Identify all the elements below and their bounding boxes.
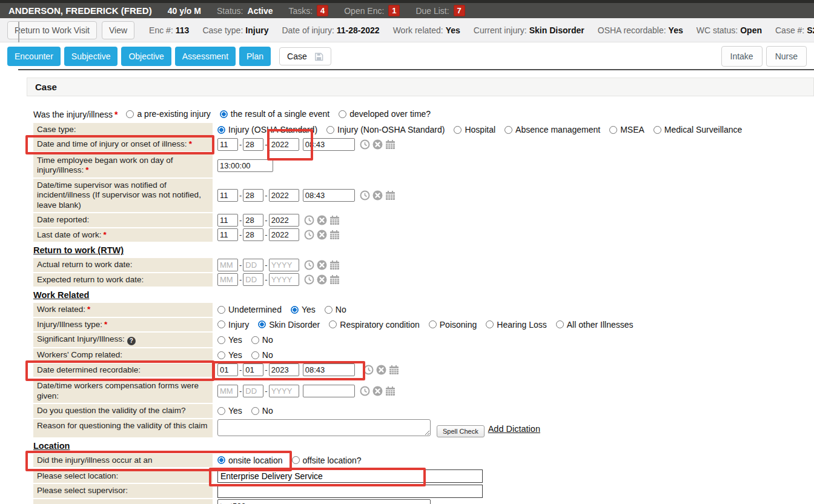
reported-year-input[interactable] [269,214,299,227]
clear-icon[interactable] [317,215,327,225]
calendar-icon[interactable] [389,365,399,375]
calendar-icon[interactable] [329,260,340,270]
clear-icon[interactable] [317,274,327,285]
injury-month-input[interactable] [217,138,238,151]
radio-type-injury[interactable]: Injury [217,320,249,330]
expected-rtw-month-input[interactable] [217,273,238,286]
radio-validity-yes[interactable]: Yes [217,406,242,416]
clear-icon[interactable] [376,365,386,375]
wc-forms-day-input[interactable] [243,385,263,397]
tasks-count-badge[interactable]: 4 [317,5,328,16]
radio-work-yes[interactable]: Yes [291,305,316,314]
radio-offsite-location[interactable]: offsite location? [292,456,362,465]
radio-developed-over-time[interactable]: developed over time? [339,109,431,119]
save-icon[interactable] [314,52,323,61]
wc-forms-year-input[interactable] [269,385,299,397]
clock-icon[interactable] [360,386,370,396]
tab-objective[interactable]: Objective [121,47,171,66]
help-icon[interactable]: ? [127,337,136,345]
clear-icon[interactable] [372,139,383,150]
actual-rtw-year-input[interactable] [269,259,299,271]
radio-work-undetermined[interactable]: Undetermined [217,305,282,314]
radio-work-no[interactable]: No [325,305,346,314]
wc-forms-month-input[interactable] [217,385,238,397]
expected-rtw-year-input[interactable] [269,273,299,286]
supervisor-year-input[interactable] [269,189,299,202]
nurse-button[interactable]: Nurse [766,46,807,67]
calendar-icon[interactable] [329,274,340,285]
supervisor-day-input[interactable] [243,189,263,202]
radio-validity-no[interactable]: No [251,406,273,416]
radio-type-skin-disorder[interactable]: Skin Disorder [258,320,320,330]
reported-day-input[interactable] [243,214,263,227]
radio-injury-osha[interactable]: Injury (OSHA Standard) [217,125,317,134]
supervisor-input[interactable] [217,485,483,498]
radio-onsite-location[interactable]: onsite location [217,456,283,465]
radio-pre-existing-injury[interactable]: a pre-existing injury [126,109,210,119]
radio-msea[interactable]: MSEA [609,125,644,134]
wc-forms-time-input[interactable] [303,385,355,397]
calendar-icon[interactable] [329,215,340,225]
radio-injury-non-osha[interactable]: Injury (Non-OSHA Standard) [326,125,445,134]
tab-subjective[interactable]: Subjective [64,47,118,66]
clear-icon[interactable] [372,386,383,396]
radio-absence-management[interactable]: Absence management [505,125,600,134]
actual-rtw-day-input[interactable] [243,259,263,271]
reason-validity-textarea[interactable] [217,419,431,436]
return-to-work-visit-button[interactable]: Return to Work Visit [7,21,97,39]
calendar-icon[interactable] [385,139,395,150]
injury-year-input[interactable] [269,138,299,151]
radio-medical-surveillance[interactable]: Medical Surveillance [654,125,742,134]
tab-case[interactable]: Case [279,47,331,65]
clear-icon[interactable] [317,260,327,270]
last-work-year-input[interactable] [269,228,299,241]
clear-icon[interactable] [317,230,327,240]
expected-rtw-day-input[interactable] [243,273,263,286]
radio-type-all-other[interactable]: All other Illnesses [556,320,634,330]
tab-encounter[interactable]: Encounter [7,47,61,66]
calendar-icon[interactable] [385,190,395,201]
open-enc-count-badge[interactable]: 1 [388,5,400,16]
radio-significant-no[interactable]: No [251,335,273,345]
clock-icon[interactable] [360,139,370,150]
clock-icon[interactable] [363,365,374,375]
recordable-month-input[interactable] [217,363,238,376]
recordable-time-input[interactable] [303,363,355,376]
injury-time-input[interactable] [303,138,355,151]
clock-icon[interactable] [360,190,370,201]
calendar-icon[interactable] [329,230,340,240]
actual-rtw-month-input[interactable] [217,259,238,271]
began-work-time-input[interactable] [217,159,273,172]
view-button[interactable]: View [102,21,134,39]
radio-wc-yes[interactable]: Yes [217,350,242,360]
tab-plan[interactable]: Plan [239,47,271,66]
due-list-count-badge[interactable]: 7 [454,5,465,16]
supervisor-month-input[interactable] [217,189,238,202]
last-work-day-input[interactable] [243,228,263,241]
supervisor-time-input[interactable] [303,189,355,202]
injury-day-input[interactable] [243,138,263,151]
clock-icon[interactable] [304,260,314,270]
radio-significant-yes[interactable]: Yes [217,335,242,345]
recordable-day-input[interactable] [243,363,263,376]
recordable-year-input[interactable] [269,363,299,376]
location-input[interactable] [217,469,483,483]
reported-month-input[interactable] [217,214,238,227]
radio-type-respiratory[interactable]: Respiratory condition [329,320,420,330]
spell-check-button[interactable]: Spell Check [437,425,485,437]
intake-button[interactable]: Intake [721,46,763,67]
clock-icon[interactable] [304,230,314,240]
add-dictation-link[interactable]: Add Dictation [488,424,540,434]
radio-type-poisoning[interactable]: Poisoning [429,320,477,330]
calendar-icon[interactable] [385,386,395,396]
clock-icon[interactable] [304,215,314,225]
radio-type-hearing-loss[interactable]: Hearing Loss [486,320,547,330]
clear-icon[interactable] [372,190,383,201]
radio-hospital[interactable]: Hospital [454,125,495,134]
clock-icon[interactable] [304,274,314,285]
tab-assessment[interactable]: Assessment [175,47,236,66]
radio-wc-no[interactable]: No [251,350,273,360]
radio-single-event[interactable]: the result of a single event [220,109,329,119]
last-work-month-input[interactable] [217,228,238,241]
partial-row-input[interactable] [217,499,431,504]
